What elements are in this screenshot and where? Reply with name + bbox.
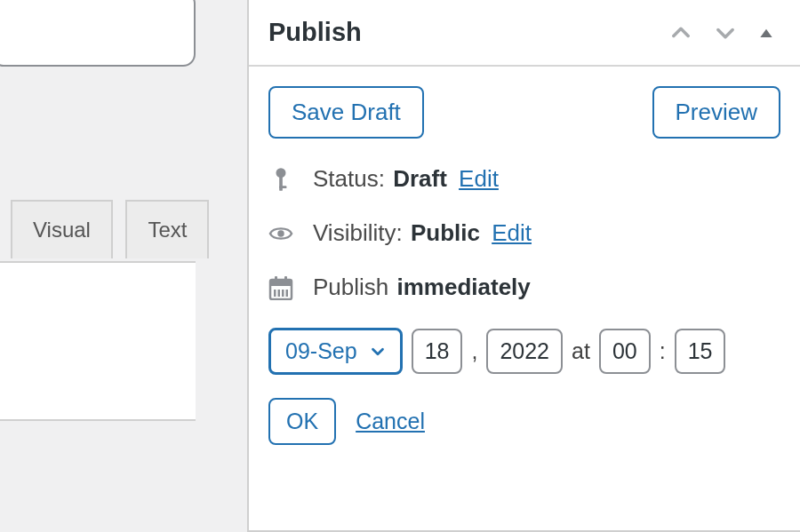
- move-down-icon[interactable]: [713, 20, 738, 45]
- svg-marker-0: [760, 28, 772, 36]
- ok-button[interactable]: OK: [268, 398, 336, 445]
- preview-button[interactable]: Preview: [652, 86, 780, 139]
- visibility-label: Visibility:: [313, 219, 403, 247]
- status-value: Draft: [393, 165, 447, 193]
- month-select-value: 09-Sep: [285, 338, 357, 364]
- svg-rect-11: [282, 290, 284, 297]
- publish-panel-body: Save Draft Preview Status: Draft Edit Vi…: [249, 67, 800, 445]
- publish-label: Publish: [313, 274, 388, 301]
- svg-rect-9: [274, 290, 276, 297]
- editor-content-area[interactable]: [0, 261, 196, 421]
- svg-rect-12: [286, 290, 289, 297]
- post-title-input[interactable]: [0, 0, 196, 67]
- at-label: at: [572, 338, 590, 364]
- publish-top-buttons: Save Draft Preview: [268, 86, 780, 139]
- publish-schedule-row: Publish immediately: [268, 274, 780, 301]
- hour-input[interactable]: 00: [599, 329, 651, 374]
- year-input[interactable]: 2022: [486, 329, 563, 374]
- status-edit-link[interactable]: Edit: [459, 165, 499, 193]
- move-up-icon[interactable]: [668, 20, 693, 45]
- collapse-panel-icon[interactable]: [757, 24, 775, 42]
- status-label: Status:: [313, 165, 385, 193]
- calendar-icon: [268, 275, 293, 300]
- svg-rect-8: [284, 276, 287, 282]
- visibility-edit-link[interactable]: Edit: [492, 219, 532, 247]
- editor-tabs: Visual Text: [11, 200, 218, 258]
- schedule-inputs-row: 09-Sep 18 , 2022 at 00 : 15: [268, 328, 780, 375]
- svg-rect-10: [278, 290, 281, 297]
- visibility-value: Public: [411, 219, 480, 247]
- panel-header-controls: [668, 20, 775, 45]
- svg-rect-7: [275, 276, 277, 282]
- visibility-row: Visibility: Public Edit: [268, 219, 780, 247]
- svg-rect-2: [279, 176, 283, 191]
- eye-icon: [268, 225, 293, 242]
- date-comma: ,: [471, 338, 477, 364]
- publish-panel-title: Publish: [268, 18, 668, 47]
- minute-input[interactable]: 15: [675, 329, 726, 374]
- chevron-down-icon: [368, 342, 388, 361]
- publish-panel-header: Publish: [249, 0, 800, 67]
- save-draft-button[interactable]: Save Draft: [268, 86, 424, 139]
- day-input[interactable]: 18: [412, 329, 463, 374]
- schedule-confirm-row: OK Cancel: [268, 398, 780, 445]
- status-row: Status: Draft Edit: [268, 165, 780, 193]
- time-colon: :: [660, 338, 666, 364]
- tab-visual[interactable]: Visual: [11, 200, 113, 258]
- svg-point-4: [277, 230, 284, 236]
- month-select[interactable]: 09-Sep: [268, 328, 403, 375]
- svg-rect-6: [270, 280, 292, 286]
- key-icon: [268, 166, 293, 193]
- cancel-link[interactable]: Cancel: [356, 409, 425, 434]
- tab-text[interactable]: Text: [125, 200, 209, 258]
- publish-panel: Publish Save Draft Preview Status: Draft: [247, 0, 800, 532]
- publish-value: immediately: [397, 274, 531, 301]
- svg-rect-3: [279, 186, 286, 188]
